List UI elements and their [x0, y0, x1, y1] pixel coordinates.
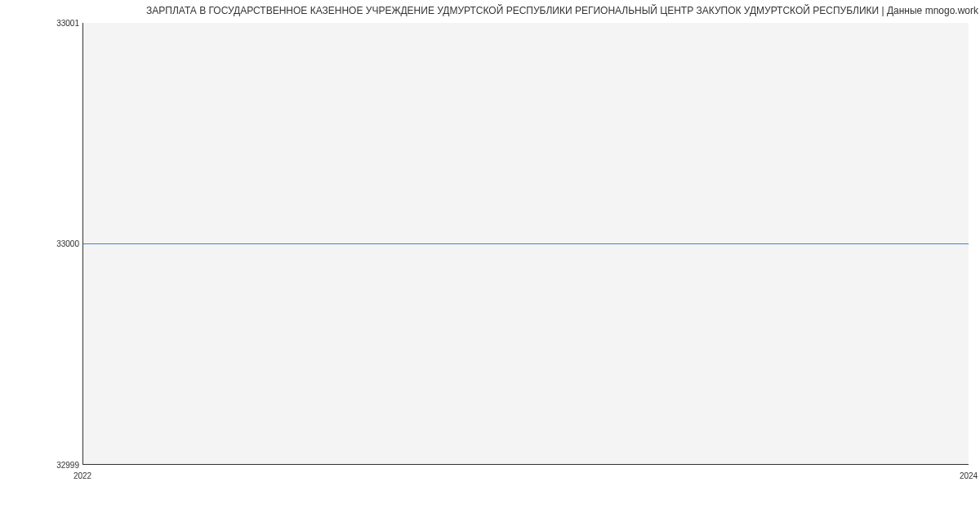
x-axis-tick-label: 2022 [74, 471, 91, 480]
chart-title: ЗАРПЛАТА В ГОСУДАРСТВЕННОЕ КАЗЕННОЕ УЧРЕ… [0, 5, 980, 16]
data-series-line [83, 243, 969, 244]
y-axis-tick-label: 32999 [56, 461, 79, 470]
x-axis-tick-label: 2024 [960, 471, 978, 480]
y-axis-tick-label: 33000 [56, 239, 79, 248]
y-axis-tick-label: 33001 [56, 19, 79, 28]
plot-area [82, 23, 969, 465]
chart-container: 32999 33000 33001 2022 2024 [0, 23, 980, 480]
